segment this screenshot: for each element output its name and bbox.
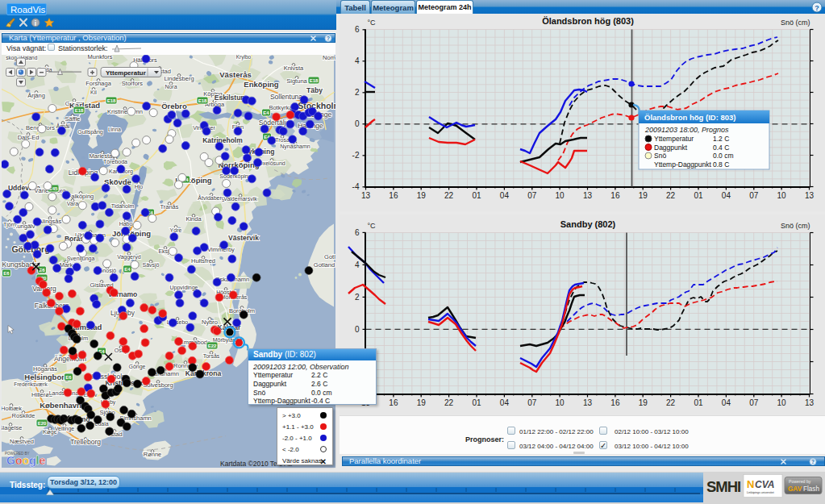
svg-text:GAV: GAV [788, 485, 802, 493]
svg-text:0: 0 [355, 119, 360, 128]
svg-text:skog: skog [6, 55, 17, 61]
svg-text:16: 16 [389, 191, 398, 200]
svg-text:Slagelse: Slagelse [2, 423, 22, 431]
svg-text:Nom: Nom [323, 55, 335, 61]
svg-text:Yttemperatur: Yttemperatur [654, 135, 694, 143]
svg-text:Oxelösund: Oxelösund [258, 160, 285, 165]
svg-text:19: 19 [639, 398, 648, 407]
svg-text:13: 13 [805, 191, 815, 200]
svg-text:Tidaholm: Tidaholm [111, 202, 135, 208]
svg-text:°C: °C [368, 19, 377, 27]
svg-text:POWERED BY: POWERED BY [5, 451, 30, 455]
svg-text:Torsås: Torsås [203, 352, 220, 358]
svg-text:19: 19 [639, 191, 648, 200]
svg-text:Kil: Kil [90, 89, 97, 94]
svg-text:Nybro: Nybro [202, 318, 218, 325]
svg-text:E6: E6 [65, 375, 72, 380]
svg-text:04: 04 [500, 398, 510, 407]
svg-text:Snö: Snö [654, 152, 666, 160]
svg-text:Nora: Nora [165, 83, 177, 89]
svg-text:16: 16 [389, 398, 398, 407]
svg-text:N: N [747, 478, 754, 490]
svg-text:Ydre: Ydre [170, 227, 182, 232]
svg-text:Daggpunkt: Daggpunkt [654, 144, 688, 152]
svg-text:Knivsta: Knivsta [284, 64, 304, 71]
svg-text:Örebro: Örebro [161, 101, 187, 110]
svg-text:Ölandsbron hög (803): Ölandsbron hög (803) [542, 16, 634, 26]
svg-text:07: 07 [749, 191, 759, 200]
svg-text:Rønne: Rønne [144, 450, 162, 457]
svg-text:10: 10 [556, 191, 565, 200]
svg-text:København: København [40, 400, 81, 409]
svg-text:1.2 C: 1.2 C [713, 135, 729, 143]
svg-text:E6: E6 [39, 268, 45, 273]
svg-text:E18: E18 [198, 98, 207, 103]
svg-text:E4: E4 [263, 110, 269, 115]
svg-text:2: 2 [355, 293, 360, 302]
svg-text:Falköping: Falköping [68, 192, 94, 199]
svg-text:Frederiksværk: Frederiksværk [14, 381, 48, 386]
svg-text:2: 2 [355, 88, 360, 97]
svg-text:E20: E20 [38, 421, 47, 426]
svg-text:Alingsås: Alingsås [39, 217, 62, 224]
svg-text:E18: E18 [107, 98, 116, 103]
svg-text:6: 6 [355, 228, 360, 237]
svg-text:Vaggeryd: Vaggeryd [117, 253, 141, 260]
svg-text:Gotland: Gotland [314, 260, 335, 268]
svg-text:6: 6 [355, 25, 360, 34]
svg-text:Snö (cm): Snö (cm) [781, 222, 810, 230]
svg-text:Tranås: Tranås [160, 202, 178, 210]
svg-text:Höganäs: Höganäs [33, 364, 57, 372]
svg-text:04: 04 [722, 191, 731, 200]
svg-text:E4: E4 [124, 267, 131, 272]
svg-text:E18: E18 [75, 108, 84, 113]
svg-text:16: 16 [610, 191, 620, 200]
svg-text:07: 07 [749, 398, 759, 407]
svg-text:E6: E6 [3, 271, 10, 276]
svg-text:Forshaga: Forshaga [85, 79, 112, 86]
svg-text:Munkfors: Munkfors [88, 55, 113, 60]
svg-text:E18: E18 [310, 78, 319, 83]
svg-text:22: 22 [666, 398, 676, 407]
svg-text:Google: Google [6, 453, 45, 466]
svg-text:Linköpings universitet: Linköpings universitet [747, 491, 774, 494]
svg-text:-2: -2 [352, 151, 360, 160]
svg-text:Skövde: Skövde [104, 177, 131, 185]
svg-text:°C: °C [368, 222, 377, 230]
svg-text:Dals-Ed: Dals-Ed [18, 133, 40, 140]
svg-text:0: 0 [355, 325, 360, 334]
svg-text:Flash: Flash [803, 485, 819, 493]
svg-text:Uppvidinge: Uppvidinge [169, 284, 198, 290]
svg-text:Snö (cm): Snö (cm) [781, 19, 810, 27]
svg-text:Vellinge: Vellinge [55, 425, 75, 431]
svg-text:?: ? [815, 4, 819, 12]
svg-text:Töreboda: Töreboda [103, 158, 127, 164]
svg-text:Storfors: Storfors [122, 79, 144, 86]
svg-text:SMHI: SMHI [706, 478, 740, 495]
svg-text:Åtvidaberg: Åtvidaberg [198, 194, 225, 201]
svg-text:Säffle: Säffle [65, 115, 80, 122]
svg-text:Lindesberg: Lindesberg [164, 74, 194, 81]
svg-text:20091203 18:00, Prognos: 20091203 18:00, Prognos [644, 126, 729, 134]
svg-text:10: 10 [556, 398, 565, 407]
svg-text:Sigtuna: Sigtuna [286, 77, 307, 84]
svg-text:10: 10 [777, 398, 787, 407]
svg-text:Täby: Täby [306, 85, 323, 94]
svg-text:22: 22 [444, 191, 454, 200]
svg-text:Kinda: Kinda [185, 215, 202, 222]
svg-text:Trosa: Trosa [275, 136, 290, 142]
svg-text:Holbæk: Holbæk [2, 404, 22, 411]
svg-text:?: ? [811, 459, 815, 464]
svg-text:CVA: CVA [755, 479, 774, 490]
svg-text:Nynäshamn: Nynäshamn [280, 143, 310, 149]
svg-text:22: 22 [666, 191, 676, 200]
svg-text:19: 19 [417, 191, 427, 200]
svg-text:07: 07 [527, 398, 537, 407]
svg-text:Linna: Linna [108, 126, 121, 131]
svg-text:Gotl: Gotl [324, 252, 335, 260]
svg-text:Sandby (802): Sandby (802) [560, 219, 616, 229]
svg-text:Västervik: Västervik [228, 233, 259, 241]
svg-text:Habo: Habo [119, 220, 133, 226]
svg-text:01: 01 [472, 191, 481, 200]
svg-text:22: 22 [444, 398, 454, 407]
